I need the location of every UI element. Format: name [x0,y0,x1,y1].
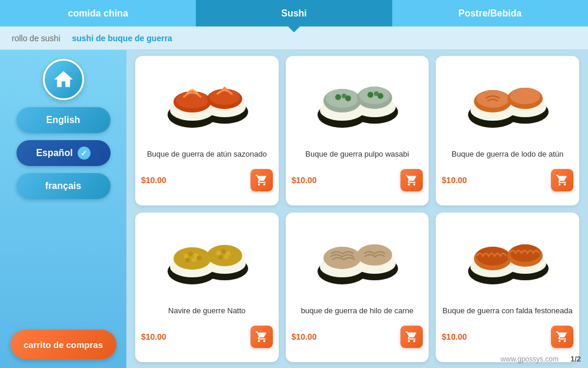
product-image-1 [141,62,273,138]
product-price-5: $10.00 [292,332,317,342]
add-to-cart-button-6[interactable] [551,326,573,348]
cart-icon-2 [405,174,418,187]
svg-point-45 [218,255,223,260]
svg-point-21 [377,93,383,99]
svg-point-39 [192,257,196,262]
product-footer-4: $10.00 [141,326,273,348]
product-footer-5: $10.00 [292,326,423,348]
svg-point-46 [224,254,229,259]
product-image-4 [141,218,273,295]
product-price-3: $10.00 [442,175,467,185]
svg-point-13 [326,89,359,108]
svg-point-42 [216,251,221,256]
product-price-2: $10.00 [292,175,317,185]
product-name-6: Buque de guerra con falda festoneada [443,300,573,321]
svg-point-7 [209,89,240,105]
language-button-english[interactable]: English [16,107,111,133]
product-footer-6: $10.00 [442,326,573,348]
language-label-francais: français [45,181,81,191]
svg-point-58 [476,247,509,266]
add-to-cart-button-1[interactable] [250,169,273,191]
product-price-6: $10.00 [442,332,467,342]
svg-point-35 [183,254,188,258]
product-footer-3: $10.00 [442,169,573,191]
svg-point-14 [335,94,341,100]
product-card-3: Buque de guerra de lodo de atún $10.00 [436,56,579,205]
tab-postre-bebida[interactable]: Postre/Bebida [392,0,588,26]
cart-icon-4 [255,330,268,343]
cart-label: carrito de compras [24,340,103,350]
language-label-espanol: Español [36,148,72,158]
product-image-5 [292,218,423,295]
add-to-cart-button-5[interactable] [400,326,423,348]
product-name-2: Buque de guerra pulpo wasabi [305,143,409,164]
language-button-francais[interactable]: français [16,173,111,199]
svg-point-19 [368,92,373,98]
cart-button[interactable]: carrito de compras [11,330,116,359]
product-image-6 [442,218,573,295]
svg-point-18 [359,87,390,104]
add-to-cart-button-4[interactable] [250,326,273,348]
svg-point-40 [197,256,202,260]
cart-icon-6 [556,330,569,343]
top-navigation: comida china Sushi Postre/Bebida [0,0,588,26]
product-card-1: Buque de guerra de atún sazonado $10.00 [135,56,279,205]
svg-point-51 [323,247,361,269]
language-label-english: English [46,115,81,125]
svg-point-60 [510,244,540,262]
product-price-4: $10.00 [141,332,166,342]
product-grid: Buque de guerra de atún sazonado $10.00 [126,50,588,368]
cart-icon-3 [556,174,569,187]
svg-point-29 [510,88,540,104]
product-footer-2: $10.00 [292,169,423,191]
product-name-1: Buque de guerra de atún sazonado [147,143,267,164]
product-footer-1: $10.00 [141,169,273,191]
sidebar: English Español ✓ français carrito de co… [0,50,126,368]
cart-icon-5 [405,330,418,343]
language-button-espanol[interactable]: Español ✓ [16,140,111,166]
product-image-3 [442,62,573,138]
product-name-4: Navire de guerre Natto [168,300,246,321]
watermark: www.gpossys.com [500,355,559,363]
product-name-5: buque de guerra de hilo de carne [301,300,414,321]
product-card-5: buque de guerra de hilo de carne $10.00 [286,213,429,362]
tab-comida-china[interactable]: comida china [0,0,196,26]
svg-point-36 [188,251,193,256]
svg-point-38 [185,258,190,263]
product-card-2: Buque de guerra pulpo wasabi $10.00 [286,56,429,205]
tab-sushi[interactable]: Sushi [196,0,392,26]
product-card-6: Buque de guerra con falda festoneada $10… [436,213,579,362]
product-name-3: Buque de guerra de lodo de atún [452,143,563,164]
svg-point-43 [221,249,226,254]
add-to-cart-button-2[interactable] [400,169,423,191]
home-button[interactable] [43,59,84,100]
main-layout: English Español ✓ français carrito de co… [0,50,588,368]
svg-point-5 [176,92,209,108]
product-price-1: $10.00 [141,175,166,185]
product-image-2 [292,62,423,138]
product-card-4: Navire de guerre Natto $10.00 [135,213,279,362]
add-to-cart-button-3[interactable] [551,169,573,191]
cart-icon-1 [255,174,268,187]
subnav-rollo-de-sushi[interactable]: rollo de sushi [12,34,61,43]
home-icon [52,68,75,91]
pagination: 1/2 [570,354,581,363]
svg-point-52 [357,244,392,266]
selected-check-icon: ✓ [78,147,91,160]
svg-point-16 [345,95,351,101]
subnav-sushi-de-buque[interactable]: sushi de buque de guerra [72,34,172,43]
